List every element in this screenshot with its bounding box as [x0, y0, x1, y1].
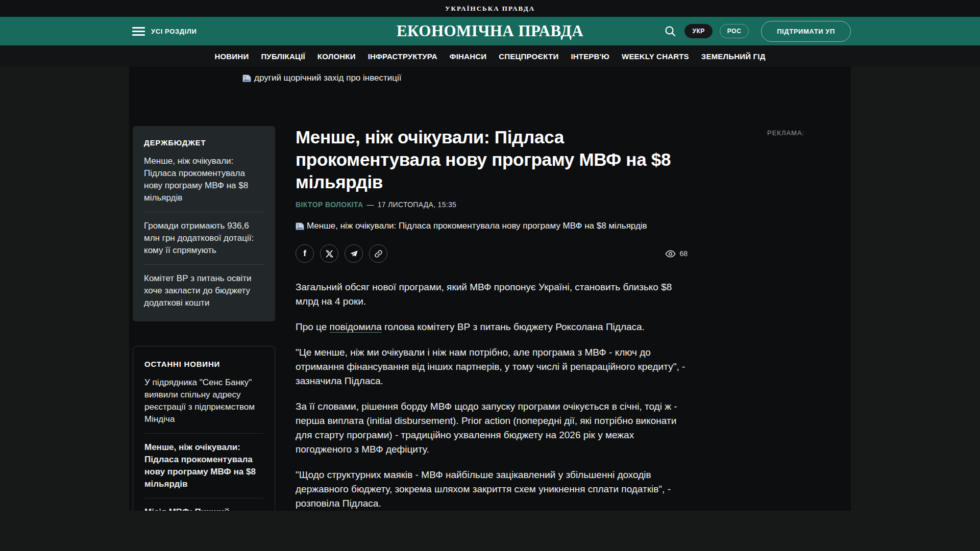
topic-item[interactable]: Менше, ніж очікували: Підласа прокоменту…: [144, 155, 264, 204]
left-sidebar: ДЕРЖБЮДЖЕТ Менше, ніж очікували: Підласа…: [133, 126, 275, 511]
site-logo[interactable]: ЕКОНОМІЧНА ПРАВДА: [397, 22, 583, 40]
article: Менше, ніж очікували: Підласа прокоменту…: [296, 126, 688, 511]
share-link-button[interactable]: [369, 244, 387, 263]
share-x-button[interactable]: [320, 244, 338, 263]
nav-item-interviu[interactable]: ІНТЕРВ'Ю: [571, 52, 609, 61]
topic-item[interactable]: Громади отримають 936,6 млн грн додатков…: [144, 220, 264, 257]
broken-image-icon: [296, 222, 304, 230]
paragraph-text: голова комітету ВР з питань бюджету Рокс…: [382, 321, 645, 332]
share-facebook-button[interactable]: f: [296, 244, 314, 263]
divider: [144, 433, 263, 434]
content-area: другий щорічний захід про інвестиції ДЕР…: [129, 67, 851, 511]
divider: [144, 212, 264, 212]
up-logo[interactable]: УКРАЇНСЬКА ПРАВДА: [445, 5, 535, 13]
source-link[interactable]: повідомила: [330, 321, 382, 333]
search-button[interactable]: [663, 24, 677, 38]
latest-news-item-current[interactable]: Менше, ніж очікували: Підласа прокоменту…: [144, 441, 263, 490]
divider: [144, 264, 264, 265]
support-up-button[interactable]: ПІДТРИМАТИ УП: [761, 21, 851, 42]
nav-item-finansy[interactable]: ФІНАНСИ: [450, 52, 486, 61]
hamburger-icon: [132, 27, 145, 36]
ad-label: РЕКЛАМА:: [767, 129, 804, 137]
paragraph: Загальний обсяг нової програми, який МВФ…: [296, 280, 688, 309]
banner-alt-text: другий щорічний захід про інвестиції: [254, 73, 402, 83]
article-image-placeholder: Менше, ніж очікували: Підласа прокоменту…: [296, 221, 688, 231]
byline-dash: —: [366, 201, 374, 209]
nav-item-kolonky[interactable]: КОЛОНКИ: [317, 52, 356, 61]
author-link[interactable]: ВІКТОР ВОЛОКІТА: [296, 201, 363, 209]
latest-news-box: ОСТАННІ НОВИНИ У підрядника "Сенс Банку"…: [133, 346, 275, 511]
latest-news-item[interactable]: Місія МВФ: Пишний розповів, на чому напо…: [144, 506, 263, 511]
nav-item-weekly-charts[interactable]: WEEKLY CHARTS: [622, 52, 689, 61]
paragraph-text: Про це: [296, 321, 330, 332]
paragraph: За її словами, рішення борду МВФ щодо за…: [296, 399, 688, 457]
lang-toggle-ros[interactable]: РОС: [720, 24, 749, 38]
article-image-alt: Менше, ніж очікували: Підласа прокоменту…: [307, 221, 647, 231]
latest-news-item[interactable]: У підрядника "Сенс Банку" виявили спільн…: [144, 377, 263, 425]
menu-label: УСІ РОЗДІЛИ: [151, 28, 197, 35]
eye-icon: [665, 250, 676, 258]
right-rail: РЕКЛАМА:: [767, 126, 804, 137]
up-top-bar: УКРАЇНСЬКА ПРАВДА: [0, 0, 980, 17]
nav-item-spetsproiekty[interactable]: СПЕЦПРОЄКТИ: [499, 52, 558, 61]
promo-banner[interactable]: другий щорічний захід про інвестиції: [129, 67, 851, 83]
article-title: Менше, ніж очікували: Підласа прокоменту…: [296, 126, 688, 193]
x-icon: [326, 250, 333, 258]
paragraph: "Щодо структурних маяків - МВФ найбільше…: [296, 468, 688, 511]
paragraph: Про це повідомила голова комітету ВР з п…: [296, 320, 688, 334]
nav-item-zemelnyi-hid[interactable]: ЗЕМЕЛЬНИЙ ГІД: [701, 52, 766, 61]
main-nav: НОВИНИ ПУБЛІКАЦІЇ КОЛОНКИ ІНФРАСТРУКТУРА…: [0, 45, 980, 67]
broken-image-icon: [242, 74, 251, 82]
topic-box-title: ДЕРЖБЮДЖЕТ: [144, 138, 264, 147]
view-counter: 68: [665, 249, 688, 258]
nav-item-infrastruktura[interactable]: ІНФРАСТРУКТУРА: [368, 52, 437, 61]
publish-date: 17 ЛИСТОПАДА, 15:35: [378, 201, 456, 209]
link-icon: [374, 249, 383, 258]
lang-toggle-ukr[interactable]: УКР: [684, 24, 712, 38]
share-telegram-button[interactable]: [345, 244, 363, 263]
share-row: f: [296, 244, 688, 263]
paragraph: "Це менше, ніж ми очікували і ніж нам по…: [296, 345, 688, 388]
site-header: УСІ РОЗДІЛИ ЕКОНОМІЧНА ПРАВДА УКР РОС ПІ…: [0, 17, 980, 45]
divider: [144, 498, 263, 498]
search-icon: [664, 25, 676, 37]
telegram-icon: [350, 249, 358, 258]
nav-item-publikatsii[interactable]: ПУБЛІКАЦІЇ: [261, 52, 305, 61]
topic-box-derzhbiudzhet: ДЕРЖБЮДЖЕТ Менше, ніж очікували: Підласа…: [133, 126, 275, 321]
facebook-icon: f: [303, 248, 306, 259]
view-count: 68: [679, 249, 688, 258]
byline: ВІКТОР ВОЛОКІТА — 17 ЛИСТОПАДА, 15:35: [296, 201, 688, 209]
latest-news-title: ОСТАННІ НОВИНИ: [144, 360, 263, 368]
all-sections-menu-button[interactable]: УСІ РОЗДІЛИ: [132, 27, 197, 36]
article-body: Загальний обсяг нової програми, який МВФ…: [296, 280, 688, 511]
nav-item-novyny[interactable]: НОВИНИ: [214, 52, 249, 61]
topic-item[interactable]: Комітет ВР з питань освіти хоче закласти…: [144, 272, 264, 309]
